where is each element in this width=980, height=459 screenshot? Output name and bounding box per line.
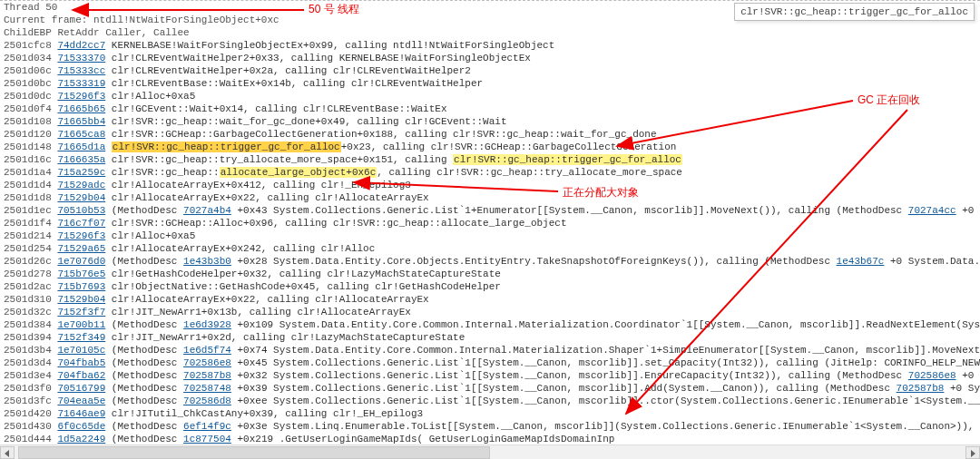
retaddr-link[interactable]: 71665b65 — [57, 103, 105, 114]
retaddr-link[interactable]: 70510b53 — [57, 205, 105, 216]
methoddesc-link[interactable]: 1c877504 — [183, 434, 231, 444]
retaddr-link[interactable]: 7152f349 — [57, 332, 105, 343]
stack-row: 2501d034 71533370 clr!CLREventWaitHelper… — [0, 52, 980, 64]
stack-row: 2501d214 715296f3 clr!Alloc+0xa5 — [0, 230, 980, 242]
stack-row: 2501d278 715b76e5 clr!GetHashCodeHelper+… — [0, 268, 980, 280]
stack-row: 2501d1d4 71529adc clr!AllocateArrayEx+0x… — [0, 179, 980, 191]
retaddr-link[interactable]: 71646ae9 — [57, 408, 105, 419]
retaddr-link[interactable]: 71665bb4 — [57, 116, 105, 127]
retaddr-link[interactable]: 70516799 — [57, 383, 105, 394]
methoddesc-link[interactable]: 702586e8 — [183, 357, 231, 368]
retaddr-link[interactable]: 71533370 — [57, 53, 105, 63]
columns-header: ChildEBP RetAddr Caller, Callee — [0, 26, 980, 39]
scroll-thumb[interactable] — [18, 446, 490, 459]
stack-row: 2501d26c 1e7076d0 (MethodDesc 1e43b3b0 +… — [0, 255, 980, 268]
stack-row: 2501d3d4 704fbab5 (MethodDesc 702586e8 +… — [0, 356, 980, 369]
stack-row: 2501d420 71646ae9 clr!JITutil_ChkCastAny… — [0, 407, 980, 420]
stack-row-highlight: 2501d148 71665d1a clr!SVR::gc_heap::trig… — [0, 141, 980, 153]
stack-row: 2501d2ac 715b7693 clr!ObjectNative::GetH… — [0, 280, 980, 293]
retaddr-link[interactable]: 1e700b11 — [57, 319, 105, 330]
stack-row: 2501d1d8 71529b04 clr!AllocateArrayEx+0x… — [0, 191, 980, 204]
retaddr-link[interactable]: 715296f3 — [57, 230, 105, 241]
retaddr-link[interactable]: 71529b04 — [57, 294, 105, 305]
methoddesc-link[interactable]: 6ef14f9c — [183, 421, 231, 432]
retaddr-link[interactable]: 71529adc — [57, 180, 105, 190]
stack-row: 2501d32c 7152f3f7 clr!JIT_NewArr1+0x13b,… — [0, 306, 980, 318]
methoddesc-link[interactable]: 1e43b3b0 — [183, 256, 231, 267]
retaddr-link[interactable]: 715b7693 — [57, 281, 105, 292]
large-object-highlight: allocate_large_object+0x6c — [220, 167, 377, 178]
retaddr-link[interactable]: 1d5a2249 — [57, 434, 105, 444]
stack-row: 2501d444 1d5a2249 (MethodDesc 1c877504 +… — [0, 433, 980, 445]
stack-row: 2501d0bc 71533319 clr!CLREventBase::Wait… — [0, 77, 980, 90]
retaddr-link[interactable]: 71529b04 — [57, 192, 105, 203]
methoddesc-link[interactable]: 702587b8 — [183, 370, 231, 381]
scroll-left-button[interactable] — [0, 446, 15, 459]
retaddr-link[interactable]: 704fbab5 — [57, 357, 105, 368]
tooltip: clr!SVR::gc_heap::trigger_gc_for_alloc — [734, 3, 975, 21]
scroll-right-button[interactable] — [965, 446, 980, 459]
retaddr-link[interactable]: 7166635a — [57, 154, 105, 165]
stack-row: 2501d394 7152f349 clr!JIT_NewArr1+0x2d, … — [0, 331, 980, 344]
gc-trigger-highlight: clr!SVR::gc_heap::trigger_gc_for_alloc — [112, 142, 341, 152]
retaddr-link[interactable]: 715296f3 — [57, 91, 105, 102]
horizontal-scrollbar[interactable] — [0, 444, 980, 459]
retaddr-link[interactable]: 716c7f07 — [57, 218, 105, 229]
methoddesc-link[interactable]: 70258748 — [183, 383, 231, 394]
stack-row: 2501d0f4 71665b65 clr!GCEvent::Wait+0x14… — [0, 103, 980, 115]
methoddesc-link[interactable]: 702586d8 — [183, 396, 231, 406]
retaddr-link[interactable]: 715a259c — [57, 167, 105, 178]
retaddr-link[interactable]: 71665d1a — [57, 142, 105, 152]
stack-row: 2501d0dc 715296f3 clr!Alloc+0xa5 — [0, 90, 980, 103]
methoddesc-link[interactable]: 7027a4cc — [908, 205, 956, 216]
stack-row: 2501d120 71665ca8 clr!SVR::GCHeap::Garba… — [0, 128, 980, 141]
stack-row: 2501cfc8 74dd2cc7 KERNELBASE!WaitForSing… — [0, 39, 980, 52]
methoddesc-link[interactable]: 7027a4b4 — [183, 205, 231, 216]
stack-row: 2501d1ec 70510b53 (MethodDesc 7027a4b4 +… — [0, 204, 980, 217]
stack-row: 2501d3b4 1e70105c (MethodDesc 1e6d5f74 +… — [0, 344, 980, 356]
stack-row: 2501d254 71529a65 clr!AllocateArrayEx+0x… — [0, 242, 980, 255]
retaddr-link[interactable]: 74dd2cc7 — [57, 40, 105, 51]
debugger-output-panel[interactable]: clr!SVR::gc_heap::trigger_gc_for_alloc T… — [0, 0, 980, 459]
stack-row: 2501d1f4 716c7f07 clr!SVR::GCHeap::Alloc… — [0, 217, 980, 230]
retaddr-link[interactable]: 715333cc — [57, 65, 105, 76]
retaddr-link[interactable]: 704fba62 — [57, 370, 105, 381]
stack-row: 2501d3f0 70516799 (MethodDesc 70258748 +… — [0, 382, 980, 395]
retaddr-link[interactable]: 1e7076d0 — [57, 256, 105, 267]
stack-row: 2501d310 71529b04 clr!AllocateArrayEx+0x… — [0, 293, 980, 306]
stack-row: 2501d3fc 704eaa5e (MethodDesc 702586d8 +… — [0, 395, 980, 407]
stack-row: 2501d16c 7166635a clr!SVR::gc_heap::try_… — [0, 153, 980, 166]
gc-trigger-highlight: clr!SVR::gc_heap::trigger_gc_for_alloc — [453, 154, 682, 165]
retaddr-link[interactable]: 71529a65 — [57, 243, 105, 254]
methoddesc-link[interactable]: 1e6d5f74 — [183, 345, 231, 356]
stack-row: 2501d384 1e700b11 (MethodDesc 1e6d3928 +… — [0, 318, 980, 331]
stack-row: 2501d3e4 704fba62 (MethodDesc 702587b8 +… — [0, 369, 980, 382]
retaddr-link[interactable]: 7152f3f7 — [57, 307, 105, 317]
methoddesc-link[interactable]: 1e43b67c — [837, 256, 885, 267]
retaddr-link[interactable]: 715b76e5 — [57, 269, 105, 279]
stack-row: 2501d430 6f0c65de (MethodDesc 6ef14f9c +… — [0, 420, 980, 433]
stack-row: 2501d06c 715333cc clr!CLREventWaitHelper… — [0, 64, 980, 77]
retaddr-link[interactable]: 704eaa5e — [57, 396, 105, 406]
methoddesc-link[interactable]: 1e6d3928 — [183, 319, 231, 330]
stack-row: 2501d1a4 715a259c clr!SVR::gc_heap::allo… — [0, 166, 980, 179]
methoddesc-link[interactable]: 702587b8 — [897, 383, 945, 394]
retaddr-link[interactable]: 71665ca8 — [57, 129, 105, 140]
retaddr-link[interactable]: 71533319 — [57, 78, 105, 89]
stack-row: 2501d108 71665bb4 clr!SVR::gc_heap::wait… — [0, 115, 980, 128]
retaddr-link[interactable]: 1e70105c — [57, 345, 105, 356]
retaddr-link[interactable]: 6f0c65de — [57, 421, 105, 432]
methoddesc-link[interactable]: 702586e8 — [908, 370, 956, 381]
